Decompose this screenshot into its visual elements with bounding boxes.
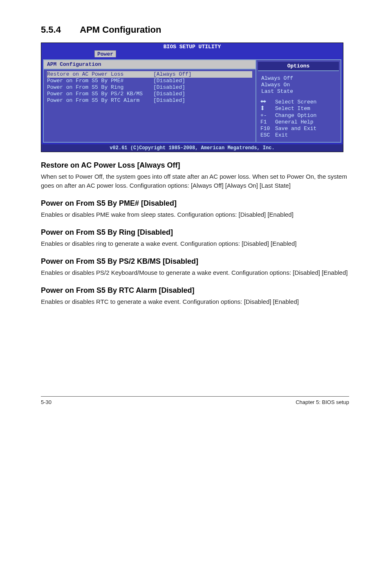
help-text: Change Option [275,112,316,119]
help-row: ESC Exit [260,132,336,139]
bios-help: Select Screen Select Item +- Change Opti… [256,97,341,142]
body-rtc: Enables or disables RTC to generate a wa… [41,297,349,306]
bios-right-panel: Options Always Off Always On Last State … [256,59,341,143]
body-pme: Enables or disables PME wake from sleep … [41,210,349,219]
option-always-off[interactable]: Always Off [261,75,336,82]
subhead-ring: Power on From S5 By Ring [Disabled] [41,228,349,237]
lr-arrows-icon [260,99,275,105]
help-key: F1 [260,119,275,126]
setting-rtc[interactable]: Power on From S5 By RTC Alarm [Disabled] [47,97,252,104]
setting-ps2[interactable]: Power on From S5 By PS/2 KB/MS [Disabled… [47,91,252,97]
subhead-ps2: Power on From S5 By PS/2 KB/MS [Disabled… [41,257,349,266]
body-ps2: Enables or disables PS/2 Keyboard/Mouse … [41,268,349,277]
setting-pme[interactable]: Power on From S5 By PME# [Disabled] [47,78,252,84]
chapter-label: Chapter 5: BIOS setup [296,399,349,405]
help-text: Select Item [275,105,310,112]
subhead-restore-ac: Restore on AC Power Loss [Always Off] [41,161,349,170]
setting-label: Power on From S5 By PS/2 KB/MS [47,91,153,97]
tab-power[interactable]: Power [94,50,116,57]
help-text: Select Screen [275,99,316,105]
help-row: F1 General Help [260,119,336,126]
help-text: Save and Exit [275,126,316,132]
svg-marker-1 [261,105,264,110]
subhead-pme: Power on From S5 By PME# [Disabled] [41,199,349,208]
help-row: Select Screen [260,99,336,105]
section-number: 5.5.4 [41,25,78,35]
help-key: F10 [260,126,275,132]
help-key: ESC [260,132,275,139]
bios-footer: v02.61 (C)Copyright 1985-2008, American … [41,144,343,152]
body-ring: Enables or disables ring to generate a w… [41,239,349,248]
setting-label: Power on From S5 By PME# [47,78,153,84]
bios-settings-list: Restore on AC Power Loss [Always Off] Po… [44,70,256,141]
section-heading: 5.5.4 APM Configuration [41,25,349,35]
help-row: Select Item [260,105,336,112]
options-header: Options [258,62,339,71]
help-row: +- Change Option [260,112,336,119]
page-number: 5-30 [41,399,52,405]
help-row: F10 Save and Exit [260,126,336,132]
body-restore-ac: When set to Power Off, the system goes i… [41,172,349,190]
setting-value: [Disabled] [153,97,185,104]
bios-panel-title: APM Configuration [44,60,256,70]
help-key: +- [260,112,275,119]
bios-screenshot: BIOS SETUP UTILITY Power APM Configurati… [41,43,343,152]
setting-ring[interactable]: Power on From S5 By Ring [Disabled] [47,84,252,91]
setting-value: [Disabled] [153,78,185,84]
setting-label: Power on From S5 By RTC Alarm [47,97,153,104]
page-footer: 5-30 Chapter 5: BIOS setup [41,396,349,405]
setting-restore-ac[interactable]: Restore on AC Power Loss [Always Off] [47,71,252,78]
bios-tab-row: Power [41,50,343,58]
help-text: General Help [275,119,314,126]
setting-label: Restore on AC Power Loss [47,71,153,78]
options-list: Always Off Always On Last State [256,73,341,97]
svg-marker-0 [260,100,266,103]
section-title: APM Configuration [80,25,161,35]
subhead-rtc: Power on From S5 By RTC Alarm [Disabled] [41,286,349,295]
setting-value: [Always Off] [153,71,192,78]
help-text: Exit [275,132,288,139]
ud-arrows-icon [260,105,275,112]
option-always-on[interactable]: Always On [261,82,336,88]
bios-left-panel: APM Configuration Restore on AC Power Lo… [43,59,256,143]
setting-value: [Disabled] [153,84,185,91]
bios-utility-title: BIOS SETUP UTILITY [41,43,343,50]
bios-body: APM Configuration Restore on AC Power Lo… [41,58,343,144]
option-last-state[interactable]: Last State [261,88,336,95]
setting-label: Power on From S5 By Ring [47,84,153,91]
setting-value: [Disabled] [153,91,185,97]
